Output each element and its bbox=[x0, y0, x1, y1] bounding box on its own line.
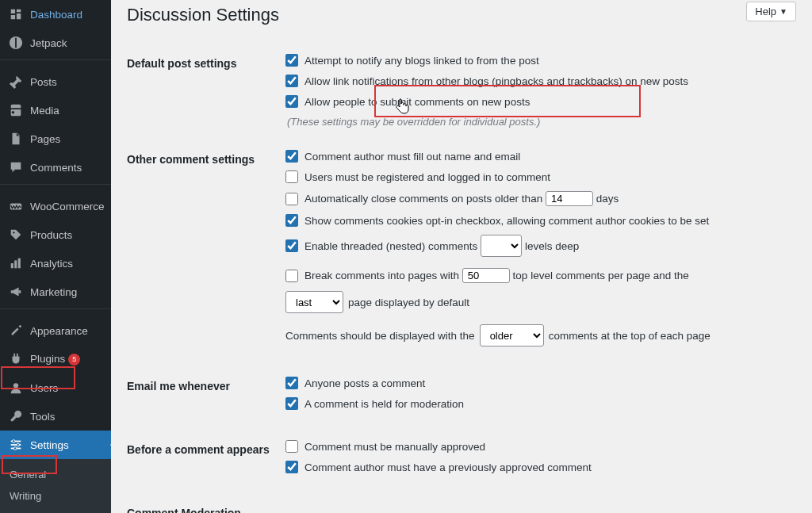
svg-rect-6 bbox=[11, 263, 13, 268]
help-label: Help bbox=[755, 6, 776, 17]
sidebar-item-users[interactable]: Users bbox=[0, 373, 111, 402]
sidebar-label: Marketing bbox=[30, 286, 77, 298]
sidebar-item-media[interactable]: Media bbox=[0, 96, 111, 124]
sidebar-item-comments[interactable]: Comments bbox=[0, 153, 111, 182]
user-icon bbox=[8, 380, 24, 396]
section-heading-moderation: Comment Moderation bbox=[127, 494, 285, 513]
sidebar-item-appearance[interactable]: Appearance bbox=[0, 316, 111, 345]
admin-sidebar: Dashboard Jetpack Posts Media Pages Comm… bbox=[0, 0, 111, 513]
sidebar-item-woocommerce[interactable]: WooCommerce bbox=[0, 192, 111, 220]
pin-icon bbox=[8, 74, 24, 90]
sidebar-separator bbox=[0, 59, 111, 65]
checkbox-cookies-optin[interactable] bbox=[285, 214, 298, 227]
svg-point-14 bbox=[13, 440, 16, 443]
submenu-item-general[interactable]: General bbox=[0, 464, 111, 485]
section-heading-email: Email me whenever bbox=[127, 367, 285, 431]
sidebar-label: Pages bbox=[30, 133, 60, 145]
woocommerce-icon bbox=[8, 198, 24, 214]
wrench-icon bbox=[8, 408, 24, 424]
sidebar-item-marketing[interactable]: Marketing bbox=[0, 278, 111, 306]
sidebar-label: Users bbox=[30, 382, 58, 394]
checkbox-author-name-email[interactable] bbox=[285, 150, 298, 163]
checkbox-email-anyone-posts[interactable] bbox=[285, 377, 298, 389]
update-count-badge: 5 bbox=[68, 354, 80, 366]
svg-rect-7 bbox=[14, 260, 17, 268]
jetpack-icon bbox=[8, 35, 24, 51]
sidebar-item-posts[interactable]: Posts bbox=[0, 67, 111, 96]
default-post-description: (These settings may be overridden for in… bbox=[285, 116, 788, 128]
sidebar-separator bbox=[0, 184, 111, 190]
checkbox-paginate-comments[interactable] bbox=[285, 270, 298, 282]
sidebar-item-pages[interactable]: Pages bbox=[0, 124, 111, 153]
select-comment-order[interactable]: older bbox=[480, 324, 544, 346]
svg-rect-9 bbox=[19, 290, 21, 293]
sidebar-label: Media bbox=[30, 105, 59, 117]
main-content: Help ▼ Discussion Settings Default post … bbox=[111, 0, 812, 513]
megaphone-icon bbox=[8, 284, 24, 300]
section-heading-before: Before a comment appears bbox=[127, 431, 285, 494]
option-label[interactable]: Users must be registered and logged in t… bbox=[304, 171, 550, 183]
checkbox-allow-pingbacks[interactable] bbox=[285, 75, 298, 87]
sidebar-label: Posts bbox=[30, 76, 57, 88]
option-label[interactable]: Comment must be manually approved bbox=[304, 441, 485, 453]
svg-point-3 bbox=[12, 111, 15, 114]
option-label[interactable]: Allow people to submit comments on new p… bbox=[304, 96, 530, 108]
sidebar-label: Settings bbox=[30, 439, 69, 451]
analytics-icon bbox=[8, 255, 24, 271]
input-close-days[interactable] bbox=[546, 191, 593, 206]
sidebar-label: Tools bbox=[30, 411, 56, 423]
checkbox-registered-comment[interactable] bbox=[285, 170, 298, 183]
sidebar-item-plugins[interactable]: Plugins5 bbox=[0, 345, 111, 373]
checkbox-previously-approved[interactable] bbox=[285, 461, 298, 473]
brush-icon bbox=[8, 323, 24, 339]
submenu-item-reading[interactable]: Reading bbox=[0, 507, 111, 513]
select-default-page[interactable]: last bbox=[285, 291, 343, 313]
svg-point-5 bbox=[13, 232, 14, 233]
sidebar-label: Jetpack bbox=[30, 37, 67, 49]
option-label[interactable]: A comment is held for moderation bbox=[304, 398, 464, 410]
option-label[interactable]: Anyone posts a comment bbox=[304, 377, 425, 389]
option-label[interactable]: Enable threaded (nested) comments 5 leve… bbox=[304, 235, 579, 257]
option-label: Comments should be displayed with the bbox=[285, 330, 475, 342]
sidebar-item-products[interactable]: Products bbox=[0, 220, 111, 249]
sidebar-item-jetpack[interactable]: Jetpack bbox=[0, 29, 111, 57]
checkbox-manual-approve[interactable] bbox=[285, 440, 298, 453]
checkbox-email-held-moderation[interactable] bbox=[285, 397, 298, 410]
plugin-icon bbox=[8, 351, 24, 367]
svg-rect-2 bbox=[15, 43, 17, 48]
select-thread-levels[interactable]: 5 bbox=[481, 235, 522, 257]
chevron-down-icon: ▼ bbox=[779, 7, 787, 16]
option-label[interactable]: Comment author must have a previously ap… bbox=[304, 461, 592, 473]
help-tab-button[interactable]: Help ▼ bbox=[746, 2, 796, 21]
section-heading-default-post: Default post settings bbox=[127, 44, 285, 140]
option-label[interactable]: Comment author must fill out name and em… bbox=[304, 151, 520, 163]
svg-rect-1 bbox=[15, 38, 17, 43]
checkbox-auto-close-comments[interactable] bbox=[285, 193, 298, 205]
option-label[interactable]: Show comments cookies opt-in checkbox, a… bbox=[304, 215, 709, 227]
page-title: Discussion Settings bbox=[127, 5, 796, 25]
option-label[interactable]: Automatically close comments on posts ol… bbox=[304, 191, 619, 206]
option-label: page displayed by default bbox=[348, 297, 469, 308]
sidebar-item-settings[interactable]: Settings bbox=[0, 431, 111, 459]
option-label[interactable]: Break comments into pages with top level… bbox=[304, 268, 689, 283]
checkbox-threaded-comments[interactable] bbox=[285, 239, 298, 252]
sidebar-label: Analytics bbox=[30, 258, 73, 270]
page-icon bbox=[8, 131, 24, 147]
sidebar-label: Plugins5 bbox=[30, 353, 80, 366]
sidebar-item-dashboard[interactable]: Dashboard bbox=[0, 0, 111, 29]
option-label[interactable]: Allow link notifications from other blog… bbox=[304, 75, 688, 87]
checkbox-allow-comments[interactable] bbox=[285, 95, 298, 108]
comments-icon bbox=[8, 159, 24, 175]
submenu-item-writing[interactable]: Writing bbox=[0, 485, 111, 507]
option-label[interactable]: Attempt to notify any blogs linked to fr… bbox=[304, 55, 539, 67]
products-icon bbox=[8, 227, 24, 243]
sidebar-item-tools[interactable]: Tools bbox=[0, 402, 111, 431]
input-comments-per-page[interactable] bbox=[462, 268, 510, 283]
media-icon bbox=[8, 102, 24, 118]
section-heading-other: Other comment settings bbox=[127, 140, 285, 367]
svg-point-10 bbox=[13, 383, 18, 388]
checkbox-notify-linked-blogs[interactable] bbox=[285, 54, 298, 67]
sidebar-item-analytics[interactable]: Analytics bbox=[0, 249, 111, 278]
sidebar-label: Products bbox=[30, 229, 72, 241]
sidebar-label: Appearance bbox=[30, 325, 88, 337]
